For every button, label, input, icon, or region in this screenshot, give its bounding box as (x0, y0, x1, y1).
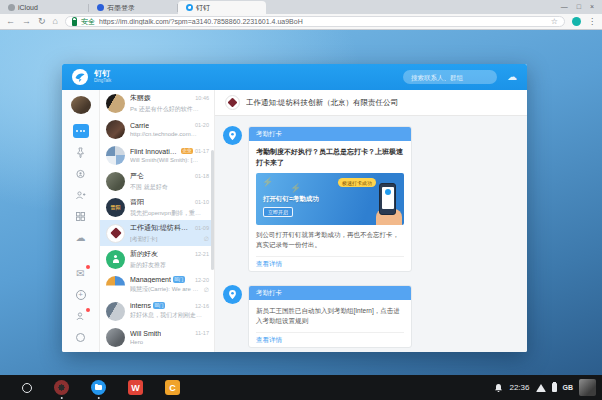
add-icon[interactable]: + (73, 288, 89, 302)
browser-toolbar: ← → ↻ ⌂ 安全 https://im.dingtalk.com/?spm=… (0, 14, 602, 30)
home-icon[interactable]: ⌂ (53, 17, 58, 26)
address-bar[interactable]: 安全 https://im.dingtalk.com/?spm=a3140.78… (65, 16, 565, 27)
avatar (106, 120, 125, 139)
chrome-icon[interactable] (54, 380, 69, 395)
browser-profile-avatar[interactable] (572, 17, 581, 26)
new-friends-icon[interactable] (73, 309, 89, 323)
chat-list-item[interactable]: interns部门12-16 好好休息，我们才刚刚走… (100, 298, 214, 324)
tab-shimo[interactable]: 石墨登录 (89, 1, 177, 14)
mail-icon[interactable]: ✉ (73, 266, 89, 280)
banner-button[interactable]: 立即开启 (263, 207, 293, 217)
chat-time: 12-21 (195, 251, 209, 257)
dingtalk-app-window: 钉钉 DingTalk ☁ (62, 64, 527, 352)
chat-list-item[interactable]: 朱丽媛10:46 Ps 还是有什么好的软件… (100, 90, 214, 116)
url-text: https://im.dingtalk.com/?spm=a3140.78588… (99, 18, 303, 25)
chat-name: 工作通知:缇纺科技创… (130, 223, 192, 233)
wps-writer-icon[interactable]: W (128, 380, 143, 395)
window-controls: — □ × (561, 3, 602, 14)
user-avatar[interactable] (71, 96, 91, 114)
screen: iCloud 石墨登录 钉钉 — □ × ← → ↻ ⌂ 安全 https://… (0, 0, 602, 400)
attendance-card[interactable]: 考勤打卡 考勤制度不好执行？员工总是忘打卡？上班极速打卡来了 ⚡ ⚡ 极速打卡成… (248, 126, 412, 272)
secure-lock-icon (72, 20, 77, 26)
view-details-link[interactable]: 查看详情 (256, 332, 404, 347)
refresh-icon[interactable]: ↻ (38, 17, 46, 26)
chat-list-item[interactable]: 严仑01-18 不困 就是好奇 (100, 168, 214, 194)
dingtalk-logo-icon (72, 69, 88, 85)
company-logo-icon (225, 95, 240, 110)
chat-name: 朱丽媛 (130, 93, 151, 103)
close-icon[interactable]: × (590, 3, 594, 10)
notification-bell-icon (494, 383, 503, 393)
forward-icon[interactable]: → (22, 17, 31, 26)
banner-headline: 打开钉钉=考勤成功 (263, 195, 319, 204)
restore-icon[interactable]: □ (577, 3, 581, 10)
dingtalk-web-page: 钉钉 DingTalk ☁ (0, 30, 602, 375)
cloud-drive-icon[interactable]: ☁ (73, 231, 89, 245)
chat-list-item[interactable]: 晋阳 晋阳01-10 我先把openvpn删掉，重… (100, 194, 214, 220)
contacts-icon[interactable] (73, 188, 89, 202)
message: 考勤打卡 新员工王国胜已自动加入到考勤组[Intern]，点击进入考勤组设置规则… (223, 285, 527, 348)
search-input[interactable] (403, 70, 497, 84)
battery-icon (552, 383, 557, 392)
chat-list-scrollbar[interactable] (211, 150, 214, 270)
chat-nav-icon[interactable] (73, 124, 89, 138)
chat-name: 严仑 (130, 171, 144, 181)
attendance-card[interactable]: 考勤打卡 新员工王国胜已自动加入到考勤组[Intern]，点击进入考勤组设置规则… (248, 285, 412, 348)
banner-bubble: 极速打卡成功 (338, 178, 376, 187)
clock: 22:36 (509, 383, 529, 392)
message-area[interactable]: 考勤打卡 考勤制度不好执行？员工总是忘打卡？上班极速打卡来了 ⚡ ⚡ 极速打卡成… (215, 116, 527, 352)
more-circle-icon[interactable] (73, 331, 89, 345)
cloud-sync-icon[interactable]: ☁ (507, 72, 517, 82)
tab-icloud[interactable]: iCloud (0, 1, 88, 14)
workbench-grid-icon[interactable] (73, 210, 89, 224)
chat-time: 01-20 (195, 122, 209, 128)
tab-dingtalk-active[interactable]: 钉钉 (178, 1, 266, 14)
avatar (106, 250, 125, 269)
chat-time: 10:46 (195, 95, 209, 101)
tab-label: 石墨登录 (107, 3, 135, 13)
chat-time: 01-10 (195, 199, 209, 205)
mute-icon: ∅ (204, 236, 209, 242)
minimize-icon[interactable]: — (561, 3, 568, 10)
chat-list-item[interactable]: 新的好友12-21 新的好友推荐 (100, 246, 214, 272)
ding-pin-icon[interactable] (73, 145, 89, 159)
chat-preview: Will Smith(Will Smith): [… (130, 157, 209, 163)
avatar-text: 晋阳 (111, 204, 121, 210)
chat-list-item[interactable]: Carrie01-20 http://cn.technode.com… (100, 116, 214, 142)
tab-label: 钉钉 (196, 3, 210, 13)
chat-time: 12-16 (195, 303, 209, 309)
view-details-link[interactable]: 查看详情 (256, 256, 404, 271)
conversation-panel: 工作通知:缇纺科技创新（北京）有限责任公司 考勤打卡 考勤制度不好执行？员工 (215, 90, 527, 352)
attendance-pin-icon (223, 126, 242, 145)
conversation-title: 工作通知:缇纺科技创新（北京）有限责任公司 (246, 98, 398, 108)
chat-preview: 我先把openvpn删掉，重… (130, 209, 209, 218)
shimo-icon (97, 4, 104, 11)
chat-list-item[interactable]: Management部门12-20 顾慧滢(Carrie): We are …∅ (100, 272, 214, 298)
lightning-icon: ⚡ (262, 177, 273, 187)
avatar (106, 94, 125, 113)
card-tag: 考勤打卡 (249, 127, 411, 141)
attendance-pin-icon (223, 285, 242, 304)
notification-dot (86, 265, 90, 269)
launcher-icon[interactable] (22, 383, 32, 393)
bookmark-star-icon[interactable]: ☆ (551, 17, 558, 26)
browser-menu-icon[interactable]: ⋮ (588, 17, 596, 26)
back-icon[interactable]: ← (6, 17, 15, 26)
chat-preview: Hero (130, 339, 209, 345)
chat-name: 晋阳 (130, 197, 144, 207)
system-user-avatar[interactable] (579, 379, 596, 396)
calls-icon[interactable] (73, 167, 89, 181)
phone-graphic (379, 183, 396, 215)
system-tray[interactable]: 22:36 GB (494, 379, 602, 396)
chat-preview: http://cn.technode.com… (130, 131, 209, 137)
chat-list-item-selected[interactable]: 工作通知:缇纺科技创…01-09 [考勤打卡]∅ (100, 220, 214, 246)
chat-list-item[interactable]: Will Smith11-17 Hero (100, 324, 214, 350)
c-app-icon[interactable]: C (165, 380, 180, 395)
card-tag: 考勤打卡 (249, 286, 411, 300)
mute-icon: ∅ (204, 287, 209, 293)
card-body-text: 新员工王国胜已自动加入到考勤组[Intern]，点击进入考勤组设置规则 (256, 306, 404, 326)
chat-list-item[interactable]: Flint Innovations企业01-17 Will Smith(Will… (100, 142, 214, 168)
files-icon[interactable] (91, 380, 106, 395)
chat-name: Carrie (130, 122, 149, 129)
avatar (106, 302, 125, 321)
